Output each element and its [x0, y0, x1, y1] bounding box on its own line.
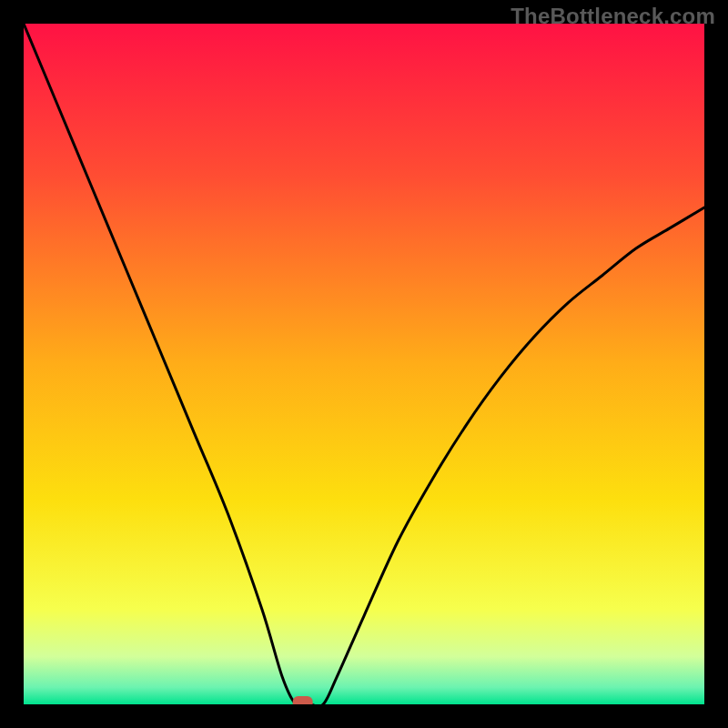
optimal-point-marker — [293, 696, 313, 704]
gradient-background — [24, 24, 704, 704]
watermark-text: TheBottleneck.com — [511, 4, 715, 29]
chart-svg — [24, 24, 704, 704]
plot-area — [24, 24, 704, 704]
chart-frame: TheBottleneck.com — [0, 0, 728, 728]
